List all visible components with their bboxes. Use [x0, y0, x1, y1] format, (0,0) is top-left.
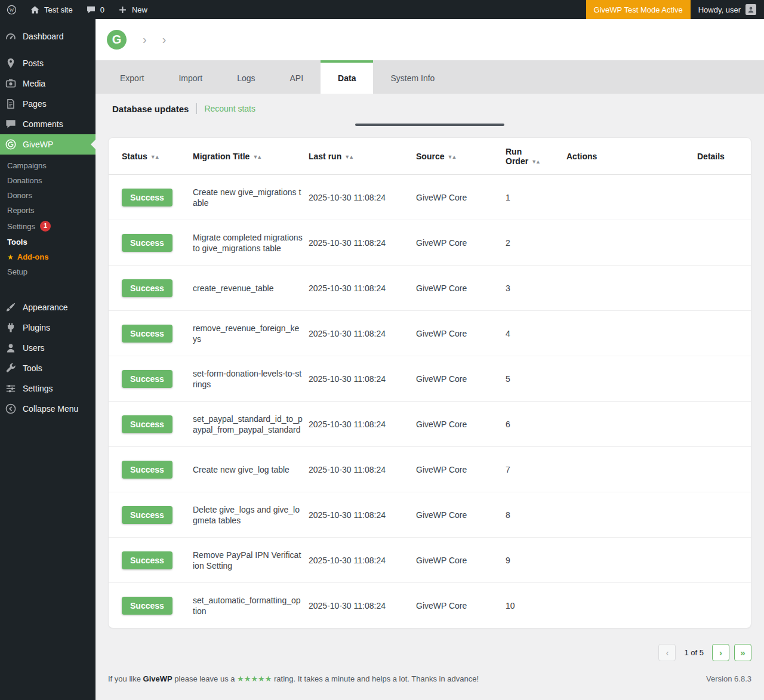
menu-item-label: Settings: [23, 384, 53, 393]
givewp-submenu-item[interactable]: Campaigns: [0, 158, 96, 173]
comments-link[interactable]: 0: [79, 0, 111, 19]
sidebar-menu-item[interactable]: Dashboard: [0, 26, 96, 47]
givewp-submenu-item[interactable]: Tools: [0, 235, 96, 249]
givewp-icon: [5, 138, 17, 150]
table-row: Success set-form-donation-levels-to-stri…: [109, 356, 751, 402]
sidebar-menu-item[interactable]: Users: [0, 338, 96, 358]
details-cell: [691, 356, 751, 402]
column-header[interactable]: Last run▼▲: [303, 138, 410, 175]
actions-cell: [560, 402, 691, 447]
sidebar-menu-item[interactable]: Tools: [0, 358, 96, 378]
menu-item-label: Appearance: [23, 303, 68, 312]
sidebar-menu-item[interactable]: Posts: [0, 53, 96, 73]
actions-cell: [560, 266, 691, 311]
tab[interactable]: API: [273, 60, 321, 94]
new-content-link[interactable]: New: [111, 0, 154, 19]
sidebar-menu-item[interactable]: GiveWP: [0, 134, 96, 155]
collapse-menu-button[interactable]: Collapse Menu: [0, 399, 96, 419]
status-badge: Success: [122, 279, 172, 297]
menu-item-label: Dashboard: [23, 32, 64, 41]
tab[interactable]: Data: [321, 60, 373, 94]
migrations-table-card: Status▼▲ Migration Title▼▲ Last run▼▲ So…: [108, 137, 751, 628]
actions-cell: [560, 583, 691, 628]
sidebar-menu-item[interactable]: Appearance: [0, 297, 96, 317]
next-page-button[interactable]: ›: [712, 644, 729, 661]
submenu-item-label: Setup: [7, 267, 27, 276]
submenu-item-label: Donations: [7, 176, 42, 185]
sort-icon[interactable]: ▼▲: [344, 154, 353, 160]
column-header[interactable]: Status▼▲: [109, 138, 187, 175]
tab[interactable]: Import: [161, 60, 220, 94]
menu-item-label: Plugins: [23, 323, 50, 332]
test-mode-badge[interactable]: GiveWP Test Mode Active: [586, 0, 691, 19]
column-header-label: Details: [697, 152, 725, 161]
tab[interactable]: System Info: [373, 60, 452, 94]
sidebar-menu-item[interactable]: Media: [0, 73, 96, 94]
migration-title: remove_revenue_foreign_keys: [187, 311, 303, 356]
submenu-item-label: Add-ons: [17, 252, 49, 261]
rating-text-middle: please leave us a: [174, 674, 235, 683]
details-cell: [691, 538, 751, 583]
appearance-icon: [5, 301, 17, 313]
column-header[interactable]: Source▼▲: [410, 138, 500, 175]
status-badge: Success: [122, 325, 172, 343]
sort-icon[interactable]: ▼▲: [150, 154, 159, 160]
status-cell: Success: [109, 356, 187, 402]
column-header[interactable]: Migration Title▼▲: [187, 138, 303, 175]
status-badge: Success: [122, 189, 172, 206]
run-order: 7: [500, 447, 560, 492]
sidebar-menu-item[interactable]: Comments: [0, 114, 96, 134]
comments-count: 0: [100, 5, 104, 14]
givewp-logo: G: [107, 30, 127, 50]
account-menu[interactable]: Howdy, user: [691, 0, 764, 19]
table-row: Success remove_revenue_foreign_keys 2025…: [109, 311, 751, 356]
givewp-submenu-item[interactable]: Setup: [0, 264, 96, 279]
collapse-icon: [5, 403, 17, 415]
migration-title: Remove PayPal IPN Verification Setting: [187, 538, 303, 583]
rating-text-prefix: If you like: [108, 674, 141, 683]
sidebar-menu-item[interactable]: Plugins: [0, 317, 96, 338]
tab-bar: Export Import Logs API Data System Info: [96, 60, 764, 94]
rating-stars-link[interactable]: ★★★★★: [237, 674, 272, 683]
last-run: 2025-10-30 11:08:24: [303, 356, 410, 402]
admin-sidebar: Dashboard Posts Media Pages Comments Giv…: [0, 19, 96, 700]
sidebar-menu-item[interactable]: Settings: [0, 378, 96, 399]
column-header[interactable]: Details: [691, 138, 751, 175]
column-header-label: Migration Title: [193, 152, 249, 161]
submenu-item-label: Settings: [7, 222, 35, 231]
status-cell: Success: [109, 492, 187, 538]
update-count-badge: 1: [40, 221, 51, 232]
givewp-submenu-item[interactable]: ★ Add-ons: [0, 249, 96, 264]
wp-logo-menu[interactable]: W: [0, 0, 23, 19]
givewp-submenu-item[interactable]: Reports: [0, 203, 96, 218]
progress-bar: [355, 124, 504, 126]
site-name-link[interactable]: Test site: [23, 0, 79, 19]
last-run: 2025-10-30 11:08:24: [303, 175, 410, 220]
table-row: Success set_automatic_formatting_option …: [109, 583, 751, 628]
givewp-submenu-item[interactable]: Donors: [0, 188, 96, 203]
migration-title: Create new give_log table: [187, 447, 303, 492]
givewp-submenu: Campaigns Donations Donors Reports Setti…: [0, 155, 96, 286]
rating-text-suffix: rating. It takes a minute and helps a lo…: [274, 674, 479, 683]
details-cell: [691, 175, 751, 220]
tab-label: Logs: [237, 73, 255, 83]
last-run: 2025-10-30 11:08:24: [303, 492, 410, 538]
givewp-submenu-item[interactable]: Donations: [0, 173, 96, 188]
status-cell: Success: [109, 538, 187, 583]
sort-icon[interactable]: ▼▲: [252, 154, 261, 160]
givewp-submenu-item[interactable]: Settings 1: [0, 218, 96, 235]
tab[interactable]: Export: [103, 60, 161, 94]
sort-icon[interactable]: ▼▲: [531, 159, 540, 165]
recount-stats-link[interactable]: Recount stats: [204, 104, 255, 113]
admin-bar: W Test site 0 New GiveWP Test Mode Activ…: [0, 0, 764, 19]
column-header[interactable]: Actions: [560, 138, 691, 175]
breadcrumb-separator: ›: [162, 33, 167, 47]
sort-icon[interactable]: ▼▲: [447, 154, 455, 160]
status-badge: Success: [122, 597, 172, 615]
tab[interactable]: Logs: [220, 60, 272, 94]
sidebar-menu-item[interactable]: Pages: [0, 94, 96, 114]
last-page-button[interactable]: »: [734, 644, 751, 661]
menu-item-label: Pages: [23, 99, 47, 109]
submenu-item-label: Campaigns: [7, 161, 47, 170]
column-header[interactable]: Run Order▼▲: [500, 138, 560, 175]
